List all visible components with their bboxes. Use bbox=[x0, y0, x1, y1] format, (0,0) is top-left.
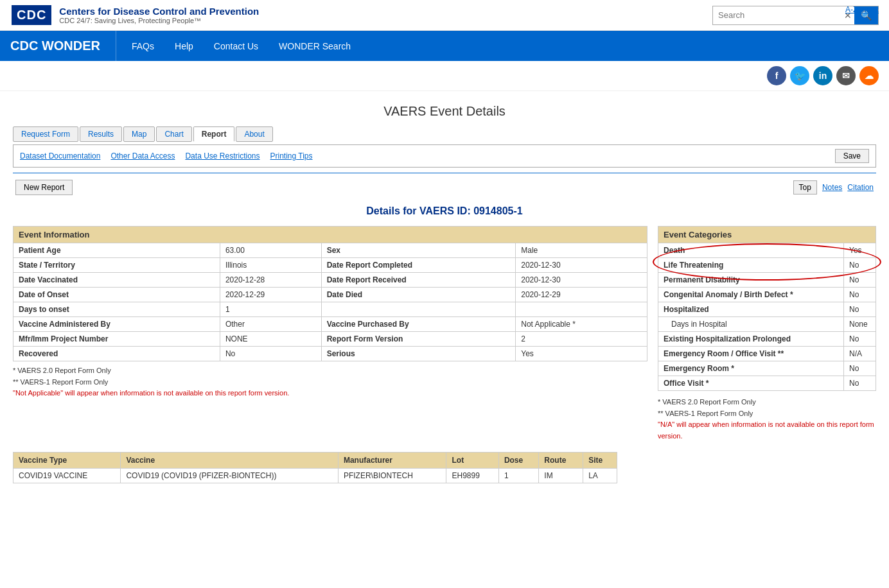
label-vax-purchased: Vaccine Purchased By bbox=[321, 317, 516, 332]
notes-link[interactable]: Notes bbox=[822, 183, 842, 192]
report-actions-right: Top Notes Citation bbox=[793, 180, 874, 195]
tab-map[interactable]: Map bbox=[123, 126, 155, 142]
cat-life-threat-label: Life Threatening bbox=[658, 258, 844, 273]
vax-col-site: Site bbox=[583, 453, 617, 469]
value-serious: Yes bbox=[516, 347, 647, 361]
right-note-3: "N/A" will appear when information is no… bbox=[658, 419, 876, 442]
label-date-report-completed: Date Report Completed bbox=[321, 258, 516, 273]
value-vax-purchased: Not Applicable * bbox=[516, 317, 647, 332]
cdc-logo-box: CDC bbox=[10, 4, 53, 26]
table-row: Hospitalized No bbox=[658, 302, 876, 317]
nav-faqs[interactable]: FAQs bbox=[121, 32, 164, 60]
value-report-form-version: 2 bbox=[516, 332, 647, 347]
table-row: Days in Hospital None bbox=[658, 317, 876, 332]
org-title: Centers for Disease Control and Preventi… bbox=[59, 6, 259, 17]
label-mfr-num: Mfr/Imm Project Number bbox=[13, 332, 220, 347]
table-row: Office Visit * No bbox=[658, 376, 876, 391]
left-note-3: "Not Applicable" will appear when inform… bbox=[13, 388, 647, 399]
table-row: Permanent Disability No bbox=[658, 273, 876, 288]
nav-bar: CDC WONDER FAQs Help Contact Us WONDER S… bbox=[0, 31, 889, 61]
report-action-bar: New Report Top Notes Citation bbox=[13, 180, 876, 195]
cat-death-label: Death bbox=[658, 243, 844, 258]
value-state: Illinois bbox=[220, 258, 321, 273]
twitter-icon[interactable]: 🐦 bbox=[790, 66, 809, 85]
data-restrictions-link[interactable]: Data Use Restrictions bbox=[185, 151, 260, 160]
label-sex: Sex bbox=[321, 243, 516, 258]
right-note-1: * VAERS 2.0 Report Form Only bbox=[658, 397, 876, 408]
event-categories-header: Event Categories bbox=[658, 227, 876, 243]
citation-link[interactable]: Citation bbox=[847, 183, 874, 192]
vax-site-value: LA bbox=[583, 469, 617, 483]
vax-col-lot: Lot bbox=[446, 453, 498, 469]
cat-er-label: Emergency Room * bbox=[658, 361, 844, 376]
vax-manufacturer-value: PFIZER\BIONTECH bbox=[338, 469, 446, 483]
label-days-onset: Days to onset bbox=[13, 302, 220, 317]
value-date-report-completed: 2020-12-30 bbox=[516, 258, 647, 273]
label-state: State / Territory bbox=[13, 258, 220, 273]
dataset-doc-link[interactable]: Dataset Documentation bbox=[20, 151, 100, 160]
label-date-report-received: Date Report Received bbox=[321, 273, 516, 288]
details-title: Details for VAERS ID: 0914805-1 bbox=[13, 205, 876, 217]
table-row: Recovered No Serious Yes bbox=[13, 347, 647, 361]
nav-help[interactable]: Help bbox=[164, 32, 204, 60]
vax-col-manufacturer: Manufacturer bbox=[338, 453, 446, 469]
value-sex: Male bbox=[516, 243, 647, 258]
tab-about[interactable]: About bbox=[236, 126, 272, 142]
table-row: Patient Age 63.00 Sex Male bbox=[13, 243, 647, 258]
vax-dose-value: 1 bbox=[498, 469, 538, 483]
vax-col-vaccine: Vaccine bbox=[121, 453, 339, 469]
right-section: Event Categories Death Yes Life Threaten… bbox=[658, 226, 876, 442]
cat-days-hosp-value: None bbox=[844, 317, 876, 332]
save-button[interactable]: Save bbox=[835, 149, 869, 163]
label-serious: Serious bbox=[321, 347, 516, 361]
logo-area: CDC Centers for Disease Control and Prev… bbox=[10, 4, 259, 26]
event-info-header: Event Information bbox=[13, 227, 647, 243]
org-subtitle: CDC 24/7: Saving Lives, Protecting Peopl… bbox=[59, 17, 259, 24]
tab-chart[interactable]: Chart bbox=[156, 126, 191, 142]
site-title: CDC WONDER bbox=[10, 31, 116, 61]
vax-col-route: Route bbox=[539, 453, 583, 469]
right-note-2: ** VAERS-1 Report Form Only bbox=[658, 408, 876, 420]
sub-links-bar: Dataset Documentation Other Data Access … bbox=[13, 144, 876, 168]
new-report-button[interactable]: New Report bbox=[15, 180, 73, 195]
value-date-report-received: 2020-12-30 bbox=[516, 273, 647, 288]
other-data-link[interactable]: Other Data Access bbox=[110, 151, 175, 160]
vaccine-section: Vaccine Type Vaccine Manufacturer Lot Do… bbox=[13, 452, 876, 483]
cat-hosp-label: Hospitalized bbox=[658, 302, 844, 317]
facebook-icon[interactable]: f bbox=[767, 66, 786, 85]
label-patient-age: Patient Age bbox=[13, 243, 220, 258]
vaccine-table: Vaccine Type Vaccine Manufacturer Lot Do… bbox=[13, 452, 617, 483]
table-row: Life Threatening No bbox=[658, 258, 876, 273]
vaccine-table-row: COVID19 VACCINE COVID19 (COVID19 (PFIZER… bbox=[13, 469, 617, 483]
printing-tips-link[interactable]: Printing Tips bbox=[270, 151, 313, 160]
cat-er-office-value: N/A bbox=[844, 347, 876, 361]
tab-request-form[interactable]: Request Form bbox=[13, 126, 78, 142]
vaccine-table-header-row: Vaccine Type Vaccine Manufacturer Lot Do… bbox=[13, 453, 617, 469]
az-index-link[interactable]: A-Z Index bbox=[845, 5, 879, 14]
section-divider bbox=[13, 173, 876, 173]
rss-icon[interactable]: ☁ bbox=[859, 66, 879, 85]
label-date-vaccinated: Date Vaccinated bbox=[13, 273, 220, 288]
cat-hosp-prolonged-label: Existing Hospitalization Prolonged bbox=[658, 332, 844, 347]
top-button[interactable]: Top bbox=[793, 180, 817, 195]
search-input[interactable] bbox=[713, 7, 841, 23]
table-row: Days to onset 1 bbox=[13, 302, 647, 317]
table-row: Emergency Room / Office Visit ** N/A bbox=[658, 347, 876, 361]
cat-life-threat-value: No bbox=[844, 258, 876, 273]
value-date-vaccinated: 2020-12-28 bbox=[220, 273, 321, 288]
value-date-onset: 2020-12-29 bbox=[220, 288, 321, 302]
nav-wonder-search[interactable]: WONDER Search bbox=[268, 32, 361, 60]
tab-report[interactable]: Report bbox=[193, 126, 235, 142]
linkedin-icon[interactable]: in bbox=[813, 66, 832, 85]
cat-perm-dis-label: Permanent Disability bbox=[658, 273, 844, 288]
cat-death-value: Yes bbox=[844, 243, 876, 258]
email-icon[interactable]: ✉ bbox=[836, 66, 856, 85]
cat-office-label: Office Visit * bbox=[658, 376, 844, 391]
left-note-2: ** VAERS-1 Report Form Only bbox=[13, 377, 647, 388]
tab-results[interactable]: Results bbox=[80, 126, 122, 142]
nav-contact[interactable]: Contact Us bbox=[204, 32, 268, 60]
vax-lot-value: EH9899 bbox=[446, 469, 498, 483]
logo-text: Centers for Disease Control and Preventi… bbox=[59, 6, 259, 24]
label-date-died: Date Died bbox=[321, 288, 516, 302]
vax-vaccine-value: COVID19 (COVID19 (PFIZER-BIONTECH)) bbox=[121, 469, 339, 483]
